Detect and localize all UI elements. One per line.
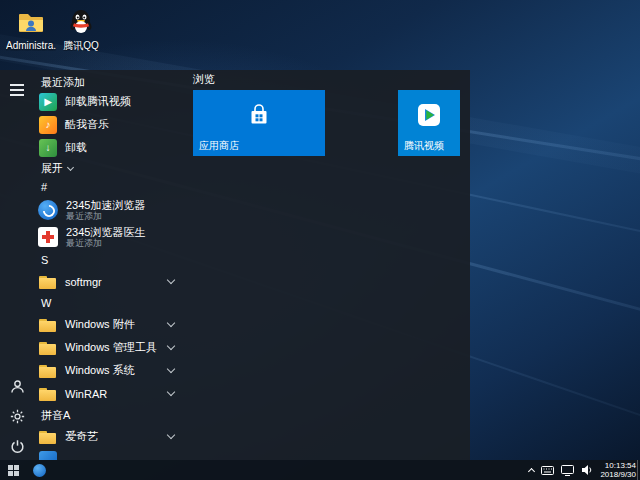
app-item-label: 卸载 [65,140,87,155]
start-button[interactable] [0,460,27,480]
app-item-label: 酷我音乐 [65,117,109,132]
expand-button[interactable]: 展开 [34,159,186,177]
chevron-down-icon [167,319,175,327]
app-item-partial[interactable] [34,448,186,460]
qq-penguin-icon [65,6,97,38]
uninstall-icon: ↓ [39,139,57,157]
chevron-down-icon [67,163,74,170]
show-hidden-icons-button[interactable] [528,467,535,474]
folder-icon [39,363,57,379]
tile-label: 腾讯视频 [404,139,444,153]
app-folder-softmgr[interactable]: softmgr [34,270,186,293]
app-item-uninstall-tencent-video[interactable]: ▶ 卸载腾讯视频 [34,90,186,113]
folder-icon [39,386,57,402]
volume-icon[interactable] [581,464,593,476]
network-icon[interactable] [561,465,574,476]
chevron-down-icon [167,342,175,350]
user-folder-icon [15,6,47,38]
app-item-text: 2345加速浏览器 最近添加 [66,199,145,221]
menu-button[interactable] [0,76,34,104]
app-folder-windows-admin-tools[interactable]: Windows 管理工具 [34,336,186,359]
desktop-icon-administrator[interactable]: Administra... [6,6,56,51]
tile-tencent-video[interactable]: 腾讯视频 [398,90,460,156]
tencent-video-icon [416,102,442,132]
app-item-uninstall[interactable]: ↓ 卸载 [34,136,186,159]
power-button[interactable] [0,432,34,460]
clock-time: 10:13:54 [600,461,636,470]
app-item-text: 2345浏览器医生 最近添加 [66,226,145,248]
start-menu-rail [0,70,34,460]
touch-keyboard-icon[interactable] [541,466,554,475]
2345-browser-icon [38,200,58,220]
taskbar-pinned-app[interactable] [27,460,51,480]
chevron-down-icon [167,431,175,439]
power-icon [10,439,25,454]
desktop-icon-label: 腾讯QQ [63,40,99,51]
kuwo-music-icon: ♪ [39,116,57,134]
pinned-app-icon [33,464,46,477]
desktop: Administra... 腾讯QQ [0,0,640,480]
app-item-2345-browser[interactable]: 2345加速浏览器 最近添加 [34,196,186,223]
app-folder-windows-system[interactable]: Windows 系统 [34,359,186,382]
app-item-2345-browser-doctor[interactable]: 2345浏览器医生 最近添加 [34,223,186,250]
app-folder-winrar[interactable]: WinRAR [34,382,186,405]
section-header-pinyin-a[interactable]: 拼音A [34,405,186,425]
app-item-label: 2345加速浏览器 [66,199,145,211]
start-menu: 最近添加 ▶ 卸载腾讯视频 ♪ 酷我音乐 ↓ 卸载 展开 # 234 [0,70,470,460]
gear-icon [10,409,25,424]
tile-app-store[interactable]: 应用商店 [193,90,325,156]
2345-doctor-icon [38,227,58,247]
app-item-label: WinRAR [65,388,107,400]
section-header-hash[interactable]: # [34,177,186,196]
tencent-video-uninstall-icon: ▶ [39,93,57,111]
app-item-label: 2345浏览器医生 [66,226,145,238]
app-list: 最近添加 ▶ 卸载腾讯视频 ♪ 酷我音乐 ↓ 卸载 展开 # 234 [34,74,186,460]
section-header-s[interactable]: S [34,250,186,270]
app-item-label: 爱奇艺 [65,429,98,444]
expand-label: 展开 [41,161,63,176]
app-item-label: Windows 管理工具 [65,340,157,355]
section-header-w[interactable]: W [34,293,186,313]
app-folder-iqiyi[interactable]: 爱奇艺 [34,425,186,448]
windows-logo-icon [8,465,19,476]
app-icon [39,451,57,461]
taskbar-clock[interactable]: 10:13:54 2018/9/30 [600,461,636,479]
app-item-label: Windows 附件 [65,317,135,332]
app-item-sublabel: 最近添加 [66,238,145,248]
clock-date: 2018/9/30 [600,470,636,479]
folder-icon [39,340,57,356]
folder-icon [39,274,57,290]
desktop-icon-label: Administra... [6,40,56,51]
section-header-recent: 最近添加 [34,74,186,90]
app-item-label: 卸载腾讯视频 [65,94,131,109]
app-item-label: Windows 系统 [65,363,135,378]
chevron-down-icon [167,365,175,373]
taskbar: 10:13:54 2018/9/30 [0,460,640,480]
chevron-down-icon [167,276,175,284]
settings-button[interactable] [0,402,34,430]
app-folder-windows-accessories[interactable]: Windows 附件 [34,313,186,336]
app-item-kuwo-music[interactable]: ♪ 酷我音乐 [34,113,186,136]
chevron-down-icon [167,388,175,396]
app-item-label: softmgr [65,276,102,288]
user-icon [10,379,25,394]
desktop-icon-tencent-qq[interactable]: 腾讯QQ [56,6,106,51]
user-account-button[interactable] [0,372,34,400]
folder-icon [39,429,57,445]
system-tray: 10:13:54 2018/9/30 [529,460,636,480]
tile-group-header[interactable]: 浏览 [193,72,215,87]
tile-label: 应用商店 [199,139,239,153]
app-item-sublabel: 最近添加 [66,211,145,221]
folder-icon [39,317,57,333]
store-bag-icon [246,102,272,132]
